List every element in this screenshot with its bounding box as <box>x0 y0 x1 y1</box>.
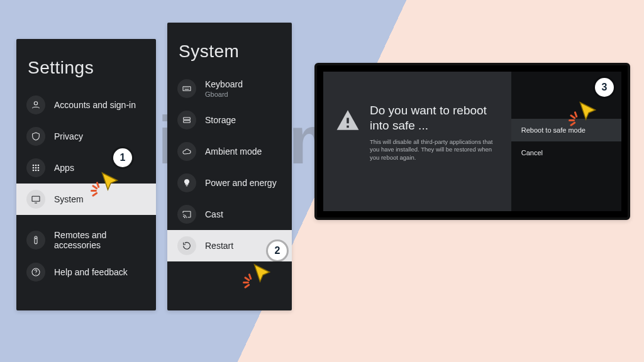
settings-item-label: Help and feedback <box>54 267 128 277</box>
svg-point-12 <box>35 238 36 239</box>
step-badge-1: 1 <box>113 148 132 167</box>
reboot-dialog-panel: Do you want to reboot into safe ... This… <box>314 63 630 220</box>
storage-icon <box>177 111 196 129</box>
tutorial-composite: iguidesmart.com Settings Accounts and si… <box>0 0 644 362</box>
svg-point-9 <box>38 170 40 172</box>
grid-icon <box>26 158 45 177</box>
system-item-label: Cast <box>205 209 223 219</box>
remote-icon <box>26 231 45 250</box>
system-item-keyboard[interactable]: Keyboard Gboard <box>167 73 292 104</box>
account-icon <box>26 96 45 114</box>
option-reboot-safe-mode[interactable]: Reboot to safe mode <box>511 119 621 141</box>
shield-icon <box>26 127 45 146</box>
settings-item-remotes[interactable]: Remotes and accessories <box>16 224 156 256</box>
reboot-dialog-message: Do you want to reboot into safe ... This… <box>323 72 511 211</box>
system-item-cast[interactable]: Cast <box>167 199 292 230</box>
system-item-label: Storage <box>205 115 236 125</box>
settings-item-label: Apps <box>54 163 74 173</box>
system-item-ambient[interactable]: Ambient mode <box>167 136 292 167</box>
step-badge-3: 3 <box>595 78 614 97</box>
svg-point-8 <box>35 170 37 172</box>
system-panel: System Keyboard Gboard Storage Ambient m… <box>167 23 292 310</box>
system-item-power[interactable]: Power and energy <box>167 167 292 199</box>
reboot-dialog-heading: Do you want to reboot into safe ... <box>370 103 500 133</box>
svg-point-1 <box>33 165 35 167</box>
keyboard-icon <box>177 79 196 98</box>
settings-item-system[interactable]: System <box>16 184 156 215</box>
warning-icon <box>335 107 361 133</box>
settings-item-accounts[interactable]: Accounts and sign-in <box>16 89 156 121</box>
settings-item-apps[interactable]: Apps <box>16 152 156 184</box>
option-label: Reboot to safe mode <box>521 126 586 134</box>
svg-rect-18 <box>186 185 188 186</box>
svg-point-0 <box>34 102 37 105</box>
svg-point-5 <box>35 167 37 169</box>
svg-point-6 <box>38 167 40 169</box>
reboot-dialog-body: This will disable all third-party applic… <box>370 138 500 162</box>
svg-point-7 <box>33 170 35 172</box>
restart-icon <box>177 236 196 255</box>
monitor-icon <box>26 190 45 209</box>
settings-item-label: Privacy <box>54 131 83 141</box>
system-item-storage[interactable]: Storage <box>167 104 292 136</box>
svg-rect-20 <box>347 126 349 128</box>
svg-point-4 <box>33 167 35 169</box>
svg-rect-19 <box>347 118 349 124</box>
bulb-icon <box>177 173 196 192</box>
option-cancel[interactable]: Cancel <box>511 141 621 164</box>
help-icon <box>26 263 45 282</box>
settings-title: Settings <box>16 39 156 89</box>
svg-rect-10 <box>32 196 40 201</box>
settings-item-label: Remotes and accessories <box>54 230 146 250</box>
svg-rect-15 <box>183 87 191 91</box>
system-item-label: Restart <box>205 241 233 251</box>
svg-point-14 <box>35 274 36 275</box>
svg-point-3 <box>38 165 40 167</box>
system-item-label: Ambient mode <box>205 146 262 156</box>
system-title: System <box>167 23 292 73</box>
cast-icon <box>177 205 196 224</box>
system-item-label: Power and energy <box>205 178 277 188</box>
system-item-label: Keyboard Gboard <box>205 79 243 98</box>
settings-item-help[interactable]: Help and feedback <box>16 256 156 288</box>
settings-item-privacy[interactable]: Privacy <box>16 121 156 152</box>
settings-item-label: System <box>54 194 84 204</box>
svg-point-2 <box>35 165 37 167</box>
cloud-icon <box>177 142 196 161</box>
svg-rect-16 <box>184 118 191 119</box>
svg-rect-17 <box>184 121 191 123</box>
settings-panel: Settings Accounts and sign-in Privacy Ap… <box>16 39 156 310</box>
step-badge-2: 2 <box>268 241 287 260</box>
settings-item-label: Accounts and sign-in <box>54 100 136 110</box>
option-label: Cancel <box>521 149 543 156</box>
svg-rect-11 <box>35 236 37 244</box>
